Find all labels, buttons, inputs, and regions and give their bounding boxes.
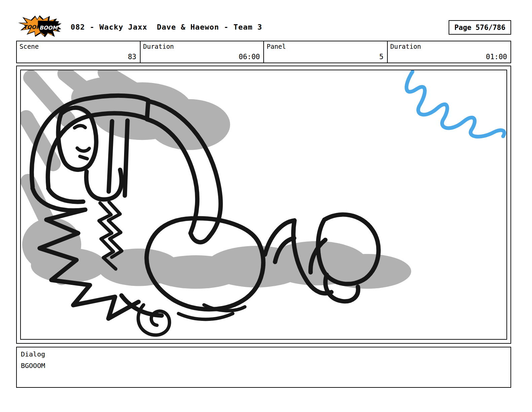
info-table: Scene 83 Duration 06:00 Panel 5 Duration… [16,41,511,63]
scene-duration-cell: Duration 06:00 [141,41,264,63]
page-number-box: Page 576/786 [449,20,511,35]
storyboard-sketch [21,70,506,339]
dialog-text: BGOOOM [21,362,506,370]
logo-text-left: TOON [24,24,41,30]
dialog-label: Dialog [21,350,506,358]
panel-duration-value: 01:00 [486,53,507,61]
storyboard-panel-frame [16,66,511,344]
panel-duration-label: Duration [390,43,421,50]
panel-cell: Panel 5 [264,41,388,63]
scene-label: Scene [20,43,39,50]
dialog-box: Dialog BGOOOM [16,347,511,388]
toonboom-logo: TOON BOOM [17,15,62,38]
storyboard-panel [20,70,507,340]
scene-value: 83 [128,53,136,61]
scene-duration-value: 06:00 [239,53,260,61]
panel-label: Panel [267,43,286,50]
panel-value: 5 [379,53,384,61]
page-title: 082 - Wacky Jaxx Dave & Haewon - Team 3 [71,23,262,31]
panel-duration-cell: Duration 01:00 [388,41,511,63]
blue-scribble [407,72,504,137]
logo-text-right: BOOM [39,25,59,31]
scene-duration-label: Duration [143,43,174,50]
scene-cell: Scene 83 [17,41,141,63]
storyboard-page: TOON BOOM 082 - Wacky Jaxx Dave & Haewon… [0,0,532,412]
page-number-label: Page 576/786 [454,24,505,32]
